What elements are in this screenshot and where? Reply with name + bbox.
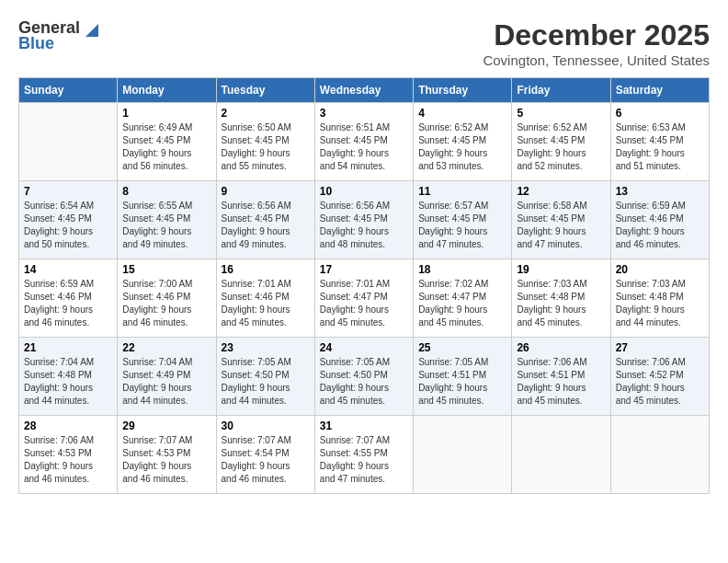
- logo: General Blue: [18, 18, 98, 53]
- calendar-cell: 25Sunrise: 7:05 AMSunset: 4:51 PMDayligh…: [414, 338, 512, 416]
- calendar-cell: 20Sunrise: 7:03 AMSunset: 4:48 PMDayligh…: [610, 259, 709, 338]
- day-info: Sunrise: 7:01 AMSunset: 4:47 PMDaylight:…: [320, 278, 408, 329]
- calendar-cell: [512, 416, 610, 494]
- day-info: Sunrise: 7:06 AMSunset: 4:53 PMDaylight:…: [24, 434, 112, 486]
- day-info: Sunrise: 6:56 AMSunset: 4:45 PMDaylight:…: [320, 200, 408, 251]
- day-number: 25: [418, 341, 506, 354]
- day-number: 11: [418, 185, 506, 198]
- calendar-header-monday: Monday: [118, 78, 216, 103]
- calendar-cell: 6Sunrise: 6:53 AMSunset: 4:45 PMDaylight…: [610, 103, 709, 181]
- day-number: 29: [122, 419, 210, 432]
- calendar-cell: 2Sunrise: 6:50 AMSunset: 4:45 PMDaylight…: [216, 103, 314, 181]
- day-number: 20: [616, 263, 704, 276]
- logo-blue-text: Blue: [18, 34, 54, 53]
- day-number: 14: [24, 263, 112, 276]
- day-info: Sunrise: 7:05 AMSunset: 4:51 PMDaylight:…: [418, 356, 506, 408]
- calendar-header-sunday: Sunday: [19, 78, 118, 103]
- calendar-week-row: 28Sunrise: 7:06 AMSunset: 4:53 PMDayligh…: [19, 416, 710, 494]
- day-info: Sunrise: 6:58 AMSunset: 4:45 PMDaylight:…: [517, 200, 605, 251]
- day-number: 17: [320, 263, 408, 276]
- calendar-cell: 3Sunrise: 6:51 AMSunset: 4:45 PMDaylight…: [314, 103, 413, 181]
- calendar-cell: 26Sunrise: 7:06 AMSunset: 4:51 PMDayligh…: [512, 338, 610, 416]
- day-number: 22: [122, 341, 210, 354]
- day-number: 15: [122, 263, 210, 276]
- title-section: December 2025 Covington, Tennessee, Unit…: [483, 18, 710, 68]
- day-number: 4: [418, 107, 506, 120]
- day-info: Sunrise: 6:55 AMSunset: 4:45 PMDaylight:…: [122, 200, 210, 251]
- page-header: General Blue December 2025 Covington, Te…: [18, 18, 710, 68]
- day-number: 9: [222, 185, 310, 198]
- calendar-cell: 22Sunrise: 7:04 AMSunset: 4:49 PMDayligh…: [118, 338, 216, 416]
- day-number: 8: [122, 185, 210, 198]
- calendar-header-saturday: Saturday: [610, 78, 709, 103]
- day-number: 1: [122, 107, 210, 120]
- calendar-header-tuesday: Tuesday: [216, 78, 314, 103]
- calendar-cell: 5Sunrise: 6:52 AMSunset: 4:45 PMDaylight…: [512, 103, 610, 181]
- calendar-cell: 1Sunrise: 6:49 AMSunset: 4:45 PMDaylight…: [118, 103, 216, 181]
- calendar-cell: 10Sunrise: 6:56 AMSunset: 4:45 PMDayligh…: [314, 181, 413, 259]
- day-number: 18: [418, 263, 506, 276]
- calendar-cell: 8Sunrise: 6:55 AMSunset: 4:45 PMDaylight…: [118, 181, 216, 259]
- day-info: Sunrise: 7:03 AMSunset: 4:48 PMDaylight:…: [616, 278, 704, 329]
- day-number: 24: [320, 341, 408, 354]
- calendar-cell: 29Sunrise: 7:07 AMSunset: 4:53 PMDayligh…: [118, 416, 216, 494]
- day-number: 27: [616, 341, 704, 354]
- day-info: Sunrise: 7:04 AMSunset: 4:49 PMDaylight:…: [122, 356, 210, 408]
- calendar-cell: 21Sunrise: 7:04 AMSunset: 4:48 PMDayligh…: [19, 338, 118, 416]
- calendar-cell: 27Sunrise: 7:06 AMSunset: 4:52 PMDayligh…: [610, 338, 709, 416]
- day-number: 7: [24, 185, 112, 198]
- day-info: Sunrise: 7:01 AMSunset: 4:46 PMDaylight:…: [222, 278, 310, 329]
- day-number: 31: [320, 419, 408, 432]
- calendar-cell: 14Sunrise: 6:59 AMSunset: 4:46 PMDayligh…: [19, 259, 118, 338]
- calendar-cell: 18Sunrise: 7:02 AMSunset: 4:47 PMDayligh…: [414, 259, 512, 338]
- day-info: Sunrise: 6:56 AMSunset: 4:45 PMDaylight:…: [222, 200, 310, 251]
- calendar-cell: 16Sunrise: 7:01 AMSunset: 4:46 PMDayligh…: [216, 259, 314, 338]
- month-title: December 2025: [483, 18, 710, 52]
- day-info: Sunrise: 7:06 AMSunset: 4:51 PMDaylight:…: [517, 356, 605, 408]
- day-number: 6: [616, 107, 704, 120]
- day-number: 28: [24, 419, 112, 432]
- calendar-cell: 11Sunrise: 6:57 AMSunset: 4:45 PMDayligh…: [414, 181, 512, 259]
- day-info: Sunrise: 6:54 AMSunset: 4:45 PMDaylight:…: [24, 200, 112, 251]
- day-info: Sunrise: 6:59 AMSunset: 4:46 PMDaylight:…: [616, 200, 704, 251]
- calendar-cell: 15Sunrise: 7:00 AMSunset: 4:46 PMDayligh…: [118, 259, 216, 338]
- day-info: Sunrise: 6:52 AMSunset: 4:45 PMDaylight:…: [418, 121, 506, 173]
- calendar-cell: 31Sunrise: 7:07 AMSunset: 4:55 PMDayligh…: [314, 416, 413, 494]
- day-number: 19: [517, 263, 605, 276]
- day-info: Sunrise: 7:07 AMSunset: 4:55 PMDaylight:…: [320, 434, 408, 486]
- day-info: Sunrise: 6:51 AMSunset: 4:45 PMDaylight:…: [320, 121, 408, 173]
- calendar-cell: 13Sunrise: 6:59 AMSunset: 4:46 PMDayligh…: [610, 181, 709, 259]
- day-number: 3: [320, 107, 408, 120]
- day-info: Sunrise: 6:49 AMSunset: 4:45 PMDaylight:…: [122, 121, 210, 173]
- day-info: Sunrise: 6:57 AMSunset: 4:45 PMDaylight:…: [418, 200, 506, 251]
- day-info: Sunrise: 7:07 AMSunset: 4:53 PMDaylight:…: [122, 434, 210, 486]
- calendar-header-row: SundayMondayTuesdayWednesdayThursdayFrid…: [19, 78, 710, 103]
- svg-marker-0: [85, 24, 98, 37]
- calendar-week-row: 14Sunrise: 6:59 AMSunset: 4:46 PMDayligh…: [19, 259, 710, 338]
- day-info: Sunrise: 7:07 AMSunset: 4:54 PMDaylight:…: [222, 434, 310, 486]
- calendar-cell: 30Sunrise: 7:07 AMSunset: 4:54 PMDayligh…: [216, 416, 314, 494]
- calendar-header-friday: Friday: [512, 78, 610, 103]
- day-number: 10: [320, 185, 408, 198]
- day-info: Sunrise: 7:05 AMSunset: 4:50 PMDaylight:…: [222, 356, 310, 408]
- day-info: Sunrise: 7:04 AMSunset: 4:48 PMDaylight:…: [24, 356, 112, 408]
- location: Covington, Tennessee, United States: [483, 52, 710, 68]
- logo-arrow-icon: [82, 20, 98, 37]
- calendar-cell: [19, 103, 118, 181]
- calendar-cell: 7Sunrise: 6:54 AMSunset: 4:45 PMDaylight…: [19, 181, 118, 259]
- day-number: 26: [517, 341, 605, 354]
- day-info: Sunrise: 7:02 AMSunset: 4:47 PMDaylight:…: [418, 278, 506, 329]
- day-number: 16: [222, 263, 310, 276]
- calendar-cell: 28Sunrise: 7:06 AMSunset: 4:53 PMDayligh…: [19, 416, 118, 494]
- calendar-cell: 19Sunrise: 7:03 AMSunset: 4:48 PMDayligh…: [512, 259, 610, 338]
- calendar: SundayMondayTuesdayWednesdayThursdayFrid…: [18, 77, 710, 494]
- day-number: 2: [222, 107, 310, 120]
- calendar-week-row: 7Sunrise: 6:54 AMSunset: 4:45 PMDaylight…: [19, 181, 710, 259]
- day-info: Sunrise: 6:50 AMSunset: 4:45 PMDaylight:…: [222, 121, 310, 173]
- day-info: Sunrise: 6:59 AMSunset: 4:46 PMDaylight:…: [24, 278, 112, 329]
- day-info: Sunrise: 7:03 AMSunset: 4:48 PMDaylight:…: [517, 278, 605, 329]
- day-info: Sunrise: 6:53 AMSunset: 4:45 PMDaylight:…: [616, 121, 704, 173]
- day-number: 5: [517, 107, 605, 120]
- calendar-cell: 23Sunrise: 7:05 AMSunset: 4:50 PMDayligh…: [216, 338, 314, 416]
- calendar-week-row: 21Sunrise: 7:04 AMSunset: 4:48 PMDayligh…: [19, 338, 710, 416]
